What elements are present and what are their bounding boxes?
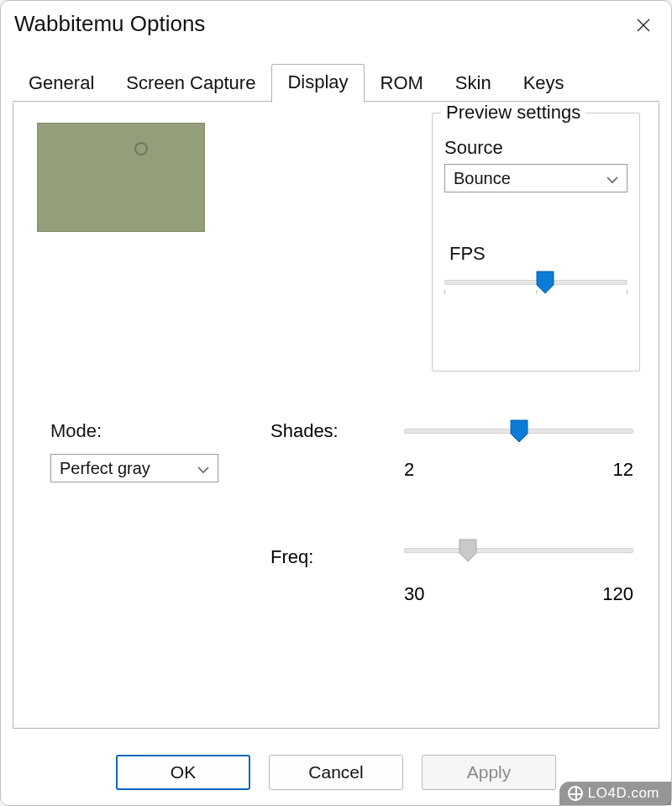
- close-icon: [636, 18, 651, 33]
- apply-button[interactable]: Apply: [422, 755, 556, 790]
- fps-label: FPS: [449, 243, 627, 265]
- tab-strip: General Screen Capture Display ROM Skin …: [1, 63, 671, 103]
- freq-range: 30 120: [404, 583, 633, 605]
- watermark-text: LO4D.com: [588, 785, 659, 802]
- source-label: Source: [444, 137, 627, 159]
- close-button[interactable]: [629, 11, 658, 40]
- options-window: Wabbitemu Options General Screen Capture…: [0, 0, 672, 806]
- fps-slider[interactable]: [444, 271, 627, 297]
- titlebar: Wabbitemu Options: [1, 1, 671, 46]
- shades-slider-thumb[interactable]: [509, 419, 529, 444]
- shades-range: 2 12: [404, 459, 633, 481]
- shades-label: Shades:: [270, 420, 339, 442]
- cancel-button[interactable]: Cancel: [269, 755, 403, 790]
- slider-ticks: [444, 290, 627, 294]
- mode-select[interactable]: Perfect gray: [50, 454, 218, 482]
- mode-block: Mode: Perfect gray: [50, 420, 227, 482]
- ok-button[interactable]: OK: [116, 755, 250, 790]
- preview-settings-legend: Preview settings: [441, 102, 585, 124]
- freq-slider-thumb[interactable]: [458, 538, 478, 563]
- source-select[interactable]: Bounce: [444, 164, 627, 192]
- source-value: Bounce: [454, 169, 511, 188]
- globe-icon: [568, 786, 583, 801]
- mode-label: Mode:: [50, 420, 227, 442]
- tab-general[interactable]: General: [13, 65, 110, 103]
- tab-skin[interactable]: Skin: [439, 65, 507, 103]
- chevron-down-icon: [606, 169, 618, 188]
- mode-value: Perfect gray: [60, 459, 150, 478]
- display-pane: Preview settings Source Bounce FPS: [13, 103, 659, 729]
- tab-rom[interactable]: ROM: [365, 65, 439, 103]
- watermark: LO4D.com: [559, 782, 671, 805]
- freq-max: 120: [602, 583, 633, 605]
- shades-max: 12: [613, 459, 633, 481]
- window-title: Wabbitemu Options: [14, 11, 205, 37]
- freq-slider[interactable]: [404, 540, 633, 565]
- chevron-down-icon: [197, 459, 209, 478]
- tab-display[interactable]: Display: [271, 64, 364, 103]
- fps-block: FPS: [444, 243, 627, 297]
- tab-screen-capture[interactable]: Screen Capture: [110, 65, 271, 103]
- lcd-preview: [37, 123, 205, 232]
- shades-min: 2: [404, 459, 414, 481]
- shades-slider[interactable]: [404, 420, 633, 445]
- slider-track: [404, 548, 633, 553]
- freq-label: Freq:: [270, 546, 313, 568]
- preview-settings-group: Preview settings Source Bounce FPS: [432, 113, 640, 371]
- freq-min: 30: [404, 583, 424, 605]
- tab-keys[interactable]: Keys: [507, 65, 580, 103]
